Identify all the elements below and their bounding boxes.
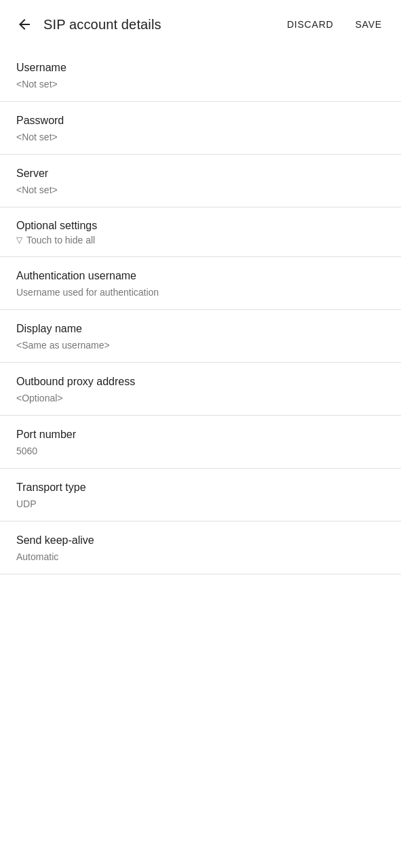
- optional-settings-toggle[interactable]: ▽ Touch to hide all: [16, 235, 385, 245]
- server-value: <Not set>: [16, 184, 385, 196]
- password-label: Password: [16, 114, 385, 128]
- keep-alive-label: Send keep-alive: [16, 534, 385, 548]
- back-arrow-icon: [16, 16, 33, 33]
- server-label: Server: [16, 167, 385, 181]
- optional-settings-title: Optional settings: [16, 220, 385, 232]
- save-button[interactable]: SAVE: [347, 14, 390, 35]
- discard-button[interactable]: DISCARD: [279, 14, 342, 35]
- port-number-label: Port number: [16, 428, 385, 442]
- optional-settings-section[interactable]: Optional settings ▽ Touch to hide all: [0, 208, 401, 257]
- outbound-proxy-value: <Optional>: [16, 392, 385, 404]
- display-name-item[interactable]: Display name <Same as username>: [0, 310, 401, 363]
- settings-list: Username <Not set> Password <Not set> Se…: [0, 49, 401, 574]
- outbound-proxy-label: Outbound proxy address: [16, 375, 385, 389]
- port-number-value: 5060: [16, 445, 385, 457]
- password-item[interactable]: Password <Not set>: [0, 102, 401, 155]
- keep-alive-value: Automatic: [16, 551, 385, 563]
- triangle-icon: ▽: [16, 235, 22, 245]
- outbound-proxy-item[interactable]: Outbound proxy address <Optional>: [0, 363, 401, 416]
- optional-settings-toggle-label: Touch to hide all: [26, 235, 95, 245]
- header-actions: DISCARD SAVE: [279, 14, 390, 35]
- port-number-item[interactable]: Port number 5060: [0, 416, 401, 469]
- username-label: Username: [16, 61, 385, 75]
- keep-alive-item[interactable]: Send keep-alive Automatic: [0, 521, 401, 574]
- back-button[interactable]: [11, 11, 38, 38]
- display-name-value: <Same as username>: [16, 339, 385, 351]
- page-title: SIP account details: [43, 17, 279, 33]
- auth-username-value: Username used for authentication: [16, 286, 385, 298]
- transport-type-label: Transport type: [16, 481, 385, 495]
- auth-username-item[interactable]: Authentication username Username used fo…: [0, 257, 401, 310]
- transport-type-value: UDP: [16, 498, 385, 510]
- server-item[interactable]: Server <Not set>: [0, 155, 401, 208]
- auth-username-label: Authentication username: [16, 269, 385, 283]
- username-item[interactable]: Username <Not set>: [0, 49, 401, 102]
- password-value: <Not set>: [16, 131, 385, 143]
- transport-type-item[interactable]: Transport type UDP: [0, 469, 401, 521]
- display-name-label: Display name: [16, 322, 385, 336]
- app-header: SIP account details DISCARD SAVE: [0, 0, 401, 49]
- username-value: <Not set>: [16, 78, 385, 90]
